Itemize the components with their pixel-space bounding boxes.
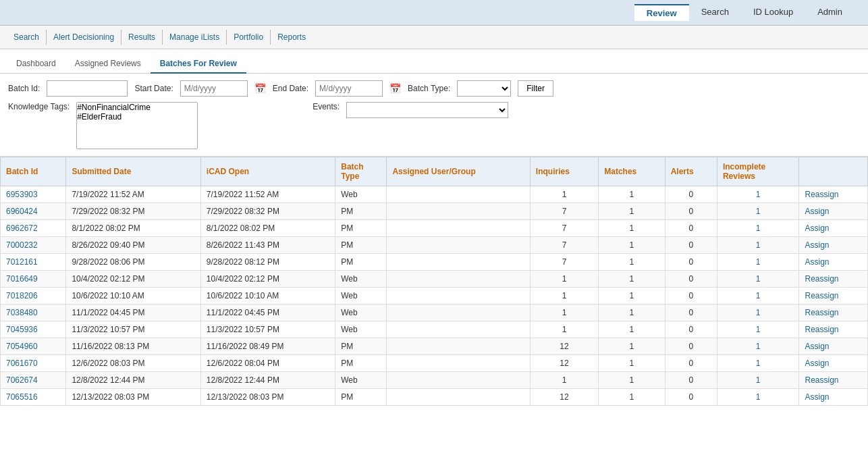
action-link[interactable]: Reassign: [805, 274, 838, 284]
cell-alerts: 0: [665, 338, 717, 355]
incomplete-reviews-link[interactable]: 1: [756, 274, 761, 284]
action-link[interactable]: Reassign: [805, 325, 838, 334]
cell-icad-open: 11/3/2022 10:57 PM: [200, 321, 335, 338]
cell-alerts: 0: [665, 220, 717, 237]
batch-id-link[interactable]: 7018206: [6, 291, 38, 300]
cell-batch-type: Web: [335, 372, 387, 389]
batches-table: Batch Id Submitted Date iCAD Open BatchT…: [0, 157, 868, 406]
cell-batch-id: 7012161: [1, 254, 66, 271]
filter-button[interactable]: Filter: [518, 80, 553, 97]
tab-batches-for-review[interactable]: Batches For Review: [151, 55, 246, 74]
cell-batch-type: PM: [335, 220, 387, 237]
cell-icad-open: 8/1/2022 08:02 PM: [200, 220, 335, 237]
knowledge-tags-label: Knowledge Tags:: [8, 102, 70, 111]
action-link[interactable]: Assign: [805, 240, 829, 250]
tab-assigned-reviews[interactable]: Assigned Reviews: [65, 55, 151, 74]
second-nav-alert-decisioning[interactable]: Alert Decisioning: [47, 30, 121, 45]
cell-incomplete-reviews: 1: [717, 186, 799, 203]
cell-alerts: 0: [665, 203, 717, 220]
cell-assigned-user-group: [387, 372, 530, 389]
top-nav-item-search[interactable]: Search: [689, 4, 741, 21]
batch-id-link[interactable]: 7062674: [6, 375, 38, 385]
cell-alerts: 0: [665, 288, 717, 305]
events-select[interactable]: [346, 102, 508, 118]
batch-id-link[interactable]: 7065516: [6, 392, 38, 402]
cell-inquiries: 1: [530, 271, 598, 288]
second-nav-portfolio[interactable]: Portfolio: [227, 30, 271, 45]
second-nav-search[interactable]: Search: [7, 30, 47, 45]
batch-id-link[interactable]: 7045936: [6, 325, 38, 334]
action-link[interactable]: Reassign: [805, 190, 838, 199]
cell-inquiries: 12: [530, 355, 598, 372]
table-row: 7000232 8/26/2022 09:40 PM 8/26/2022 11:…: [1, 237, 868, 254]
action-link[interactable]: Assign: [805, 392, 829, 402]
batch-id-link[interactable]: 7038480: [6, 308, 38, 317]
action-link[interactable]: Assign: [805, 207, 829, 216]
table-row: 7012161 9/28/2022 08:06 PM 9/28/2022 08:…: [1, 254, 868, 271]
cell-batch-id: 7045936: [1, 321, 66, 338]
batch-id-input[interactable]: [47, 80, 128, 97]
incomplete-reviews-link[interactable]: 1: [756, 190, 761, 199]
incomplete-reviews-link[interactable]: 1: [756, 392, 761, 402]
batch-id-link[interactable]: 6960424: [6, 207, 38, 216]
top-navigation: Review Search ID Lookup Admin: [0, 0, 868, 26]
batch-id-link[interactable]: 7054960: [6, 342, 38, 351]
cell-submitted-date: 8/26/2022 09:40 PM: [66, 237, 200, 254]
batch-id-link[interactable]: 7012161: [6, 257, 38, 267]
batch-id-link[interactable]: 7016649: [6, 274, 38, 284]
cell-incomplete-reviews: 1: [717, 237, 799, 254]
table-row: 7054960 11/16/2022 08:13 PM 11/16/2022 0…: [1, 338, 868, 355]
second-nav-reports[interactable]: Reports: [271, 30, 313, 45]
incomplete-reviews-link[interactable]: 1: [756, 291, 761, 300]
filter-area: Batch Id: Start Date: 📅 End Date: 📅 Batc…: [0, 74, 868, 157]
col-header-action: [799, 157, 868, 186]
start-date-label: Start Date:: [134, 84, 173, 93]
second-nav-results[interactable]: Results: [121, 30, 163, 45]
incomplete-reviews-link[interactable]: 1: [756, 308, 761, 317]
cell-incomplete-reviews: 1: [717, 338, 799, 355]
batch-type-select[interactable]: Web PM: [457, 80, 511, 97]
incomplete-reviews-link[interactable]: 1: [756, 240, 761, 250]
batch-type-label: Batch Type:: [408, 84, 450, 93]
batch-id-link[interactable]: 6962672: [6, 223, 38, 233]
cell-submitted-date: 7/19/2022 11:52 AM: [66, 186, 200, 203]
batch-id-link[interactable]: 7000232: [6, 240, 38, 250]
action-link[interactable]: Assign: [805, 359, 829, 368]
batch-id-link[interactable]: 7061670: [6, 359, 38, 368]
incomplete-reviews-link[interactable]: 1: [756, 257, 761, 267]
cell-matches: 1: [599, 321, 665, 338]
cell-batch-id: 7016649: [1, 271, 66, 288]
top-nav-item-id-lookup[interactable]: ID Lookup: [741, 4, 805, 21]
second-nav-manage-ilists[interactable]: Manage iLists: [163, 30, 227, 45]
incomplete-reviews-link[interactable]: 1: [756, 207, 761, 216]
tab-dashboard[interactable]: Dashboard: [7, 55, 65, 74]
table-row: 7038480 11/1/2022 04:45 PM 11/1/2022 04:…: [1, 305, 868, 321]
top-nav-item-review[interactable]: Review: [634, 4, 689, 21]
incomplete-reviews-link[interactable]: 1: [756, 223, 761, 233]
start-date-calendar-icon[interactable]: 📅: [254, 83, 266, 94]
incomplete-reviews-link[interactable]: 1: [756, 375, 761, 385]
cell-inquiries: 12: [530, 389, 598, 406]
action-link[interactable]: Assign: [805, 257, 829, 267]
incomplete-reviews-link[interactable]: 1: [756, 359, 761, 368]
cell-submitted-date: 9/28/2022 08:06 PM: [66, 254, 200, 271]
action-link[interactable]: Assign: [805, 223, 829, 233]
cell-matches: 1: [599, 237, 665, 254]
table-header-row: Batch Id Submitted Date iCAD Open BatchT…: [1, 157, 868, 186]
top-nav-item-admin[interactable]: Admin: [805, 4, 855, 21]
start-date-input[interactable]: [180, 80, 248, 97]
col-header-incomplete-reviews: IncompleteReviews: [717, 157, 799, 186]
incomplete-reviews-link[interactable]: 1: [756, 342, 761, 351]
action-link[interactable]: Reassign: [805, 308, 838, 317]
incomplete-reviews-link[interactable]: 1: [756, 325, 761, 334]
col-header-batch-type: BatchType: [335, 157, 387, 186]
cell-action: Assign: [799, 355, 868, 372]
col-header-inquiries: Inquiries: [530, 157, 598, 186]
end-date-input[interactable]: [315, 80, 383, 97]
end-date-calendar-icon[interactable]: 📅: [389, 83, 401, 94]
action-link[interactable]: Assign: [805, 342, 829, 351]
batch-id-link[interactable]: 6953903: [6, 190, 38, 199]
knowledge-tags-select[interactable]: #NonFinancialCrime #ElderFraud: [76, 102, 198, 149]
action-link[interactable]: Reassign: [805, 291, 838, 300]
action-link[interactable]: Reassign: [805, 375, 838, 385]
